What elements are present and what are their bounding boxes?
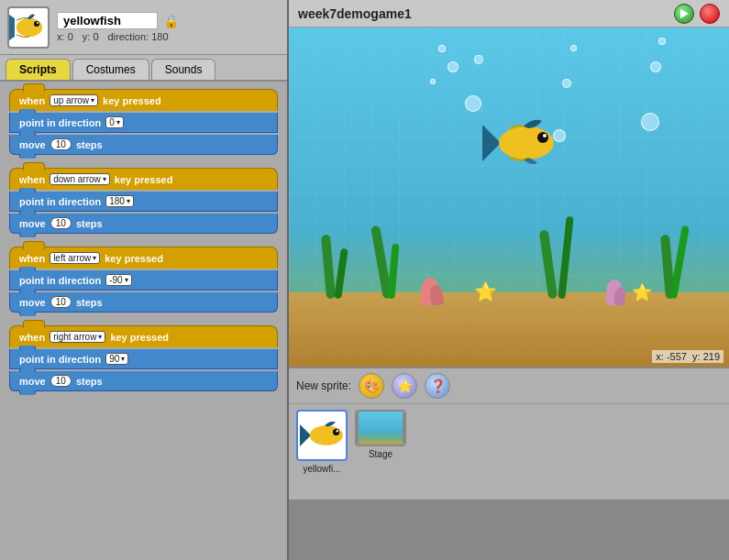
svg-point-10 xyxy=(537,132,548,143)
motion-block-direction-3[interactable]: point in direction -90 xyxy=(9,270,278,291)
starfish-1: ⭐ xyxy=(474,280,497,302)
key-dropdown-2[interactable]: down arrow xyxy=(50,173,110,185)
steps-box-4[interactable]: 10 xyxy=(50,375,72,387)
sprite-thumb-box-stage xyxy=(355,410,406,446)
svg-marker-3 xyxy=(9,15,15,40)
app-title: week7demogame1 xyxy=(298,6,412,21)
fish-sprite xyxy=(482,115,556,170)
load-sprite-button[interactable]: ⭐ xyxy=(392,373,417,399)
steps-label-2: steps xyxy=(76,218,103,229)
sprite-tray: New sprite: 🎨 ⭐ ❓ yellowfi... xyxy=(289,367,729,500)
bubble xyxy=(430,79,436,84)
dir-dropdown-3[interactable]: -90 xyxy=(105,274,131,286)
when-label-1: when xyxy=(19,95,45,106)
block-group-4: when right arrow key pressed point in di… xyxy=(9,325,278,391)
motion-block-move-3[interactable]: move 10 steps xyxy=(9,292,278,313)
svg-point-9 xyxy=(499,126,554,159)
sprite-name-box[interactable]: yellowfish xyxy=(57,12,158,29)
sprite-fish-icon xyxy=(9,11,48,44)
direction-value: 180 xyxy=(151,31,168,42)
dir-dropdown-2[interactable]: 180 xyxy=(105,195,134,207)
motion-block-direction-4[interactable]: point in direction 90 xyxy=(9,349,278,369)
svg-point-14 xyxy=(333,429,339,435)
sprite-tray-toolbar: New sprite: 🎨 ⭐ ❓ xyxy=(289,368,729,404)
bubble xyxy=(570,45,577,51)
coord-x-label: x: 0 xyxy=(57,31,73,42)
svg-marker-7 xyxy=(680,9,689,18)
svg-point-4 xyxy=(17,18,42,37)
when-label-4: when xyxy=(19,332,45,343)
sprite-icon-container xyxy=(7,6,50,49)
move-label-1: move xyxy=(19,139,46,150)
sprite-thumb-stage[interactable]: Stage xyxy=(355,410,406,459)
motion-block-move-1[interactable]: move 10 steps xyxy=(9,135,278,155)
coord-y-value: 0 xyxy=(93,31,98,42)
dir-dropdown-4[interactable]: 90 xyxy=(105,353,128,365)
point-dir-label-4: point in direction xyxy=(19,354,101,365)
svg-marker-12 xyxy=(300,424,311,446)
ocean-background: ⭐ ⭐ x: -557 y: 219 xyxy=(289,27,729,367)
steps-box-2[interactable]: 10 xyxy=(50,217,72,229)
bubble xyxy=(447,61,458,72)
window-controls xyxy=(674,4,720,24)
motion-block-direction-1[interactable]: point in direction 0 xyxy=(9,113,278,133)
tab-costumes[interactable]: Costumes xyxy=(72,59,149,80)
bubble xyxy=(650,61,661,72)
sprite-name-row: yellowfish 🔒 xyxy=(57,12,280,29)
motion-block-direction-2[interactable]: point in direction 180 xyxy=(9,192,278,212)
sprite-header: yellowfish 🔒 x: 0 y: 0 direction: 180 xyxy=(0,0,287,55)
lock-icon: 🔒 xyxy=(163,14,179,28)
point-dir-label-1: point in direction xyxy=(19,117,101,128)
motion-block-move-4[interactable]: move 10 steps xyxy=(9,371,278,391)
dir-dropdown-1[interactable]: 0 xyxy=(105,116,124,128)
sprite-thumb-box-fish xyxy=(296,410,348,461)
tab-scripts[interactable]: Scripts xyxy=(6,59,71,80)
svg-point-15 xyxy=(337,430,338,432)
move-label-4: move xyxy=(19,376,46,387)
key-dropdown-1[interactable]: up arrow xyxy=(50,94,98,106)
key-dropdown-4[interactable]: right arrow xyxy=(50,331,105,343)
point-dir-label-2: point in direction xyxy=(19,196,101,207)
title-bar: week7demogame1 xyxy=(289,0,729,27)
stop-button[interactable] xyxy=(700,4,720,24)
sprite-icon xyxy=(7,6,50,49)
hat-block-1[interactable]: when up arrow key pressed xyxy=(9,89,278,111)
steps-box-3[interactable]: 10 xyxy=(50,296,72,308)
steps-box-1[interactable]: 10 xyxy=(50,138,72,150)
hat-block-3[interactable]: when left arrow key pressed xyxy=(9,247,278,269)
starfish-2: ⭐ xyxy=(632,282,652,302)
svg-point-5 xyxy=(34,21,39,27)
bubble xyxy=(465,95,481,112)
sprite-thumb-fish[interactable]: yellowfi... xyxy=(296,410,348,474)
green-flag-icon xyxy=(678,7,690,20)
new-sprite-label: New sprite: xyxy=(296,379,351,392)
move-label-3: move xyxy=(19,297,46,308)
hat-block-4[interactable]: when right arrow key pressed xyxy=(9,325,278,347)
sprite-info: yellowfish 🔒 x: 0 y: 0 direction: 180 xyxy=(57,12,280,42)
random-sprite-button[interactable]: ❓ xyxy=(425,373,450,399)
sprites-row: yellowfi... Stage xyxy=(289,404,729,479)
svg-point-6 xyxy=(37,22,39,24)
tab-sounds[interactable]: Sounds xyxy=(151,59,216,80)
motion-block-move-2[interactable]: move 10 steps xyxy=(9,214,278,234)
bubble xyxy=(474,55,483,64)
when-label-2: when xyxy=(19,174,45,185)
paint-sprite-button[interactable]: 🎨 xyxy=(359,373,384,399)
green-flag-button[interactable] xyxy=(674,4,694,24)
key-pressed-label-2: key pressed xyxy=(115,174,173,185)
key-dropdown-3[interactable]: left arrow xyxy=(50,252,100,264)
svg-point-13 xyxy=(310,425,343,445)
hat-block-2[interactable]: when down arrow key pressed xyxy=(9,168,278,190)
block-group-2: when down arrow key pressed point in dir… xyxy=(9,168,278,234)
bubble xyxy=(438,45,446,52)
coord-row: x: 0 y: 0 direction: 180 xyxy=(57,31,280,42)
coord-y-label: y: 0 xyxy=(83,31,99,42)
sprite-thumb-fish-label: yellowfi... xyxy=(303,464,340,474)
stage-coord-x: -557 xyxy=(667,351,687,362)
svg-marker-8 xyxy=(482,125,501,161)
tab-bar: Scripts Costumes Sounds xyxy=(0,55,287,82)
point-dir-label-3: point in direction xyxy=(19,275,101,286)
stage-area: ⭐ ⭐ x: -557 y: 219 xyxy=(289,27,729,367)
block-group-1: when up arrow key pressed point in direc… xyxy=(9,89,278,155)
block-group-3: when left arrow key pressed point in dir… xyxy=(9,247,278,313)
